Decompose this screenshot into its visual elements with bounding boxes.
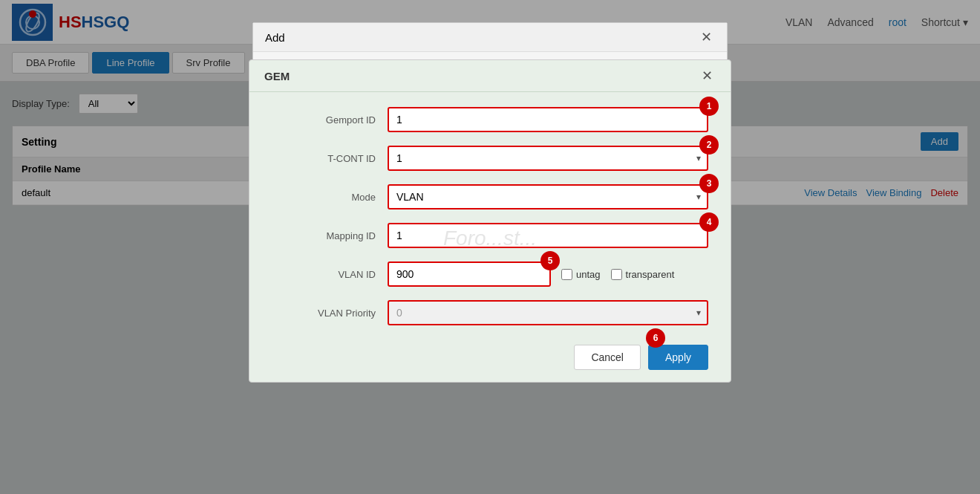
mapping-id-input[interactable]	[388, 223, 708, 248]
tcont-id-select[interactable]: 1 2 3	[388, 146, 708, 171]
vlan-priority-select[interactable]: 0 1 2 3 4 5 6 7	[388, 300, 708, 325]
step-badge-4: 4	[699, 212, 719, 232]
gem-modal-title: GEM	[264, 70, 290, 82]
mode-label: Mode	[272, 192, 376, 203]
untag-label: untag	[576, 269, 601, 280]
vlan-id-label: VLAN ID	[272, 269, 376, 280]
gemport-id-wrap: 1	[388, 107, 708, 132]
gem-modal-header: GEM ✕	[249, 60, 731, 92]
untag-checkbox-label: untag	[561, 269, 601, 280]
tcont-id-row: T-CONT ID 1 2 3 ▾ 2	[272, 146, 708, 171]
vlan-priority-row: VLAN Priority 0 1 2 3 4 5 6 7 ▾	[272, 300, 708, 325]
mode-wrap: VLAN IP TLS ▾ 3	[388, 184, 708, 209]
gem-modal-close[interactable]: ✕	[699, 69, 716, 82]
gem-modal: GEM ✕ Foro...st... Gemport ID 1 T-CONT I…	[249, 59, 731, 383]
mode-row: Mode VLAN IP TLS ▾ 3	[272, 184, 708, 209]
mapping-id-row: Mapping ID 4	[272, 223, 708, 248]
vlan-priority-label: VLAN Priority	[272, 308, 376, 319]
mapping-id-wrap: 4	[388, 223, 708, 248]
tcont-id-label: T-CONT ID	[272, 153, 376, 164]
mode-select[interactable]: VLAN IP TLS	[388, 184, 708, 209]
step-badge-3: 3	[699, 174, 719, 193]
gemport-id-input[interactable]	[388, 107, 708, 132]
transparent-checkbox-label: transparent	[611, 269, 675, 280]
vlan-id-row: VLAN ID 5 untag transparent	[272, 261, 708, 287]
step-badge-1: 1	[699, 97, 719, 116]
mapping-id-label: Mapping ID	[272, 230, 376, 241]
transparent-label: transparent	[626, 269, 675, 280]
gemport-id-row: Gemport ID 1	[272, 107, 708, 132]
gem-modal-body: Foro...st... Gemport ID 1 T-CONT ID 1 2 …	[249, 92, 731, 382]
vlan-priority-wrap: 0 1 2 3 4 5 6 7 ▾	[388, 300, 708, 325]
cancel-button[interactable]: Cancel	[574, 345, 641, 370]
vlan-id-input[interactable]	[388, 261, 551, 287]
apply-button[interactable]: Apply	[648, 345, 708, 370]
step-badge-5: 5	[540, 251, 560, 270]
step-badge-6: 6	[646, 328, 665, 348]
untag-checkbox[interactable]	[561, 269, 572, 280]
add-modal-title: Add	[265, 31, 285, 44]
tcont-id-wrap: 1 2 3 ▾ 2	[388, 146, 708, 171]
add-modal-header: Add ✕	[253, 23, 727, 52]
add-modal-close[interactable]: ✕	[698, 30, 715, 44]
gemport-id-label: Gemport ID	[272, 114, 376, 126]
gem-modal-footer: 6 Cancel Apply	[272, 339, 708, 370]
step-badge-2: 2	[699, 135, 719, 155]
transparent-checkbox[interactable]	[611, 269, 622, 280]
